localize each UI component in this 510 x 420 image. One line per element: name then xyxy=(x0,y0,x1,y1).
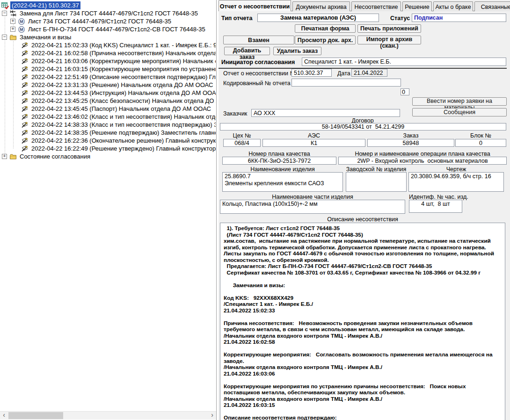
status-input[interactable] xyxy=(412,14,506,22)
tree-item-label: 2022-04-22 16:22:49 (Решение утверждено)… xyxy=(30,145,216,152)
tree-item[interactable]: 2022-04-22 16:22:36 (Окончательное решен… xyxy=(0,137,216,145)
expand-icon[interactable]: + xyxy=(2,154,7,159)
tree-item-label: 2022-04-22 14:38:33 (Класс и тип несоотв… xyxy=(30,121,216,129)
tab-archive-docs[interactable]: Документы архива xyxy=(292,1,350,11)
plant-input[interactable] xyxy=(262,139,365,147)
svg-text:M: M xyxy=(20,27,23,32)
tree-item[interactable]: 2022-04-22 16:22:49 (Решение утверждено)… xyxy=(0,145,216,152)
collapse-icon[interactable]: − xyxy=(2,35,7,40)
product-name-field[interactable]: 25.8690.7 Элементы крепления емкости САО… xyxy=(222,172,343,192)
tree-item[interactable]: 2022-04-21 16:03:06 (Корректирующие меро… xyxy=(0,57,216,65)
part-ident-field[interactable]: 4 шт, 8 шт xyxy=(409,200,462,213)
tree-item-label: 2022-04-21 15:02:33 (Код KKS) Специалист… xyxy=(30,41,216,49)
visa-icon xyxy=(21,137,29,145)
report-type-input[interactable] xyxy=(257,14,379,22)
tree-item[interactable]: 2022-04-22 14:38:35 (Решение подтверждаю… xyxy=(0,129,216,137)
tree-item-label: 2022-04-22 14:38:35 (Решение подтверждаю… xyxy=(30,129,216,137)
enter-material-request-button[interactable]: Ввести номер заявки на материалы xyxy=(412,97,507,106)
expand-icon[interactable]: + xyxy=(10,19,15,24)
tree-item-label: (2022-04-21) 510.302.37 xyxy=(10,1,80,9)
tree-item[interactable]: −Замечания и визы xyxy=(0,33,216,41)
tree-item[interactable]: 2022-04-22 13:31:33 (Решение) Начальник … xyxy=(0,81,216,89)
tree-item[interactable]: 2022-04-22 12:51:49 (Описание несоответс… xyxy=(0,73,216,81)
tree-item[interactable]: +MЛист 734 ГОСТ 44447-4679/Ст1сп2 ГОСТ 7… xyxy=(0,17,216,25)
scroll-left-icon[interactable]: ‹ xyxy=(0,412,8,420)
factory-no-label: Заводской № изделия xyxy=(346,166,407,173)
add-order-button[interactable]: Добавить заказ xyxy=(224,47,270,55)
quality-operation-label: Номер и наименование операции плана каче… xyxy=(338,151,507,157)
tree-item[interactable]: 2022-04-22 14:38:33 (Класс и тип несоотв… xyxy=(0,121,216,129)
folder-icon xyxy=(9,153,17,160)
quality-plan-input[interactable] xyxy=(222,157,336,165)
description-label: Описание несоответствия xyxy=(219,216,507,223)
print-attachments-button[interactable]: Печать приложений xyxy=(357,24,421,33)
order-input[interactable] xyxy=(367,139,454,147)
block-label: Блок № xyxy=(455,132,506,139)
tree-item-label: Лист Б-ПН-О-734 ГОСТ 44447-4679/Ст1сп2-С… xyxy=(27,25,207,33)
date-input[interactable] xyxy=(351,69,387,77)
contract-input[interactable] xyxy=(220,123,506,130)
messages-button[interactable]: Сообщения xyxy=(412,108,507,116)
horizontal-scrollbar[interactable]: ‹ › xyxy=(0,411,216,420)
tree-item[interactable]: −Замена для Лист 734 ГОСТ 44447-4679/Ст1… xyxy=(0,9,216,17)
scroll-right-icon[interactable]: › xyxy=(208,412,216,420)
collapse-icon[interactable]: − xyxy=(2,11,7,16)
shop-label: Цех № xyxy=(223,132,261,139)
tree-item-label: Замена для Лист 734 ГОСТ 44447-4679/Ст1с… xyxy=(18,9,199,17)
print-form-button[interactable]: Печатная форма xyxy=(295,24,356,33)
view-doc-archive-button[interactable]: Просмотр док. арх. xyxy=(295,36,356,44)
tree-item[interactable]: 2022-04-22 13:44:53 (Инструкция) Начальн… xyxy=(0,89,216,97)
tree-item[interactable]: 2022-04-22 13:45:45 (Паспорт) Начальник … xyxy=(0,105,216,113)
drawing-field[interactable]: 20.3080.94.69.359, б/ч стр. 16 xyxy=(408,172,504,192)
tree-item[interactable]: +MЛист Б-ПН-О-734 ГОСТ 44447-4679/Ст1сп2… xyxy=(0,25,216,33)
tab-scrap-acts[interactable]: Акты о браке xyxy=(433,1,473,11)
shop-input[interactable] xyxy=(223,139,261,147)
part-name-field[interactable]: Кольцо, Пластина (100x150)+-2 мм xyxy=(220,200,405,214)
order-label: Заказ xyxy=(367,132,454,139)
quality-plan-label: Номер плана качества xyxy=(222,151,336,157)
expand-icon[interactable]: + xyxy=(10,27,15,32)
tree-item[interactable]: 2022-04-22 13:46:02 (Класс и тип несоотв… xyxy=(0,113,216,121)
description-field[interactable]: 1). Требуется: Лист ст1сп2 ГОСТ 76448-35… xyxy=(220,223,505,420)
swap-icon xyxy=(9,10,17,17)
import-archive-button[interactable]: Импорт в архив (скан.) xyxy=(357,36,421,44)
tree-item[interactable]: 2022-04-21 16:03:15 (Корректирующие меро… xyxy=(0,65,216,73)
tree-item-label: 2022-04-21 16:03:15 (Корректирующие меро… xyxy=(30,65,216,73)
tree-items: (2022-04-21) 510.302.37−Замена для Лист … xyxy=(0,1,216,160)
tree-item-label: 2022-04-22 13:46:02 (Класс и тип несоотв… xyxy=(30,113,216,121)
tree-item[interactable]: 2022-04-21 16:02:58 (Причина несоответст… xyxy=(0,49,216,57)
tree-item-label: 2022-04-22 13:45:25 (Класс безопасности)… xyxy=(30,97,216,105)
folder-icon xyxy=(9,34,17,41)
coded-no-label: Кодированный № отчета xyxy=(223,80,291,87)
block-input[interactable] xyxy=(455,139,506,147)
factory-no-field[interactable] xyxy=(346,172,407,192)
material-icon: M xyxy=(17,26,25,33)
tree-item-label: 2022-04-22 13:31:33 (Решение) Начальник … xyxy=(30,81,214,89)
instead-button[interactable]: Взамен xyxy=(223,36,294,44)
tab-report[interactable]: Отчет о несоответствии xyxy=(219,0,291,11)
part-ident-label: Идентиф. № час. изд. xyxy=(409,194,462,200)
tab-decision[interactable]: Решение xyxy=(402,1,432,11)
tab-nonconformity[interactable]: Несоответствие xyxy=(351,1,401,11)
tree-item-label: 2022-04-21 16:02:58 (Причина несоответст… xyxy=(30,49,216,57)
tree-item-label: 2022-04-22 12:51:49 (Описание несоответс… xyxy=(30,73,216,81)
coded-no-input[interactable] xyxy=(291,79,401,87)
tree-item[interactable]: (2022-04-21) 510.302.37 xyxy=(0,1,216,9)
counter-input[interactable] xyxy=(401,88,409,95)
date-label: Дата xyxy=(337,70,350,77)
scrollbar-thumb[interactable] xyxy=(8,412,63,419)
quality-operation-input[interactable] xyxy=(338,157,507,165)
report-no-input[interactable] xyxy=(291,69,332,77)
visa-icon xyxy=(21,89,29,97)
tab-linked-docs[interactable]: Связанные до xyxy=(474,1,510,11)
customer-input[interactable] xyxy=(251,109,400,117)
tree-item-label: Замечания и визы xyxy=(18,33,73,41)
visa-icon xyxy=(21,50,29,57)
initiator-input[interactable] xyxy=(302,58,506,66)
svg-text:M: M xyxy=(20,19,23,24)
tree-item[interactable]: 2022-04-22 13:45:25 (Класс безопасности)… xyxy=(0,97,216,105)
tree-item[interactable]: 2022-04-21 15:02:33 (Код KKS) Специалист… xyxy=(0,41,216,49)
delete-order-button[interactable]: Удалить заказ xyxy=(273,47,321,55)
visa-icon xyxy=(21,145,29,152)
tree-item[interactable]: +Состояние согласования xyxy=(0,152,216,160)
